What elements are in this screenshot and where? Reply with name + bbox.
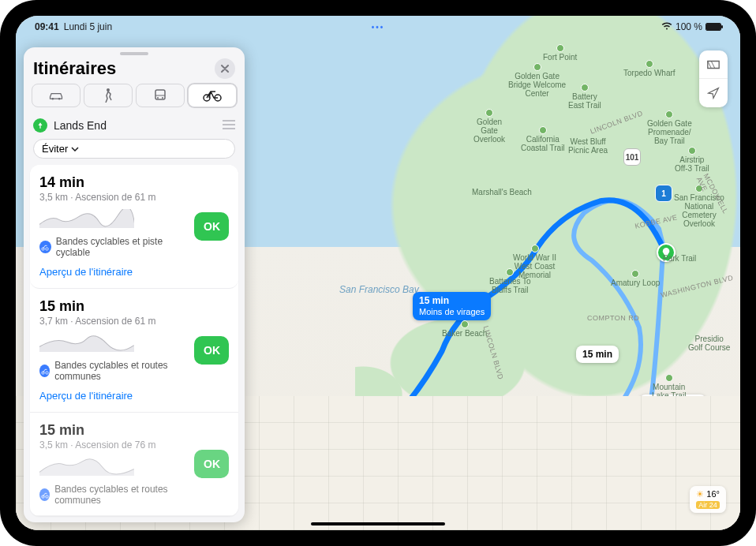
layers-button[interactable] <box>699 50 728 79</box>
route-preview-link[interactable]: Aperçu de l'itinéraire <box>39 266 133 278</box>
lane-text: Bandes cyclables et piste cyclable <box>56 236 188 258</box>
transport-mode-segmented <box>24 84 245 114</box>
wifi-icon <box>661 21 672 32</box>
route-callout-primary[interactable]: 15 min Moins de virages <box>413 292 491 320</box>
svg-point-9 <box>46 248 48 250</box>
road-compton: COMPTON RD <box>587 314 639 322</box>
route-sub: 3,5 km · Ascension de 76 m <box>39 439 188 451</box>
weather-widget[interactable]: ☀︎ 16° Air 24 <box>690 486 726 513</box>
route-list: 14 min 3,5 km · Ascension de 61 m Bandes… <box>24 165 245 522</box>
route-sub: 3,7 km · Ascension de 61 m <box>39 316 188 327</box>
svg-point-4 <box>157 97 159 99</box>
road-seacliff: SEACLIFF <box>385 439 422 447</box>
battery-icon <box>705 23 721 31</box>
directions-panel: Itinéraires <box>24 47 245 522</box>
poi-china: China Beach <box>324 423 369 440</box>
location-arrow-icon <box>707 87 720 99</box>
svg-point-11 <box>45 372 47 374</box>
elevation-sparkline <box>39 209 134 228</box>
home-indicator[interactable] <box>311 522 445 525</box>
route-callout-mid[interactable]: 15 min <box>576 346 619 363</box>
park-icon <box>33 118 47 133</box>
close-icon <box>221 65 229 73</box>
shield-101: 101 <box>623 148 641 166</box>
svg-rect-3 <box>155 90 165 99</box>
svg-point-13 <box>45 496 47 498</box>
weather-temp: 16° <box>706 489 720 499</box>
panel-title: Itinéraires <box>33 58 116 79</box>
origin-pin[interactable] <box>657 243 676 262</box>
close-button[interactable] <box>215 58 235 79</box>
car-icon <box>48 90 64 101</box>
mode-drive[interactable] <box>32 84 80 107</box>
poi-lands-end: Lands End <box>289 470 327 479</box>
poi-lobos-valley: Lobos Creek Valley Trail <box>485 407 530 433</box>
panel-grabber[interactable] <box>120 52 148 55</box>
road-elcamino: EL CAMINO DEL MAR <box>257 481 336 489</box>
svg-point-5 <box>162 97 163 99</box>
svg-point-2 <box>107 88 110 92</box>
chevron-down-icon <box>71 147 79 151</box>
go-button[interactable]: OK <box>194 212 229 241</box>
sun-icon: ☀︎ <box>696 489 704 499</box>
bike-lane-icon <box>39 241 51 253</box>
bike-lane-icon <box>39 365 50 377</box>
route-callout-fast[interactable]: 14 min Le plus rapide <box>639 395 706 423</box>
bike-lane-icon <box>39 488 50 501</box>
statusbar-date: Lundi 5 juin <box>64 21 112 32</box>
road-lake: LAKE ST <box>549 466 582 473</box>
bicycle-icon <box>203 89 222 102</box>
mode-walk[interactable] <box>84 84 133 107</box>
lane-text: Bandes cyclables et routes communes <box>54 360 188 382</box>
reorder-icon[interactable] <box>223 118 235 133</box>
go-button[interactable]: OK <box>194 450 229 478</box>
shield-1: 1 <box>655 185 672 202</box>
battery-percent: 100 % <box>676 21 702 32</box>
route-time: 15 min <box>39 422 188 439</box>
avoid-button[interactable]: Éviter <box>33 139 235 159</box>
route-option-1[interactable]: 14 min 3,5 km · Ascension de 61 m Bandes… <box>30 165 238 289</box>
lane-text: Bandes cyclables et routes communes <box>54 484 188 506</box>
go-button[interactable]: OK <box>194 336 229 365</box>
route-preview-link[interactable]: Aperçu de l'itinéraire <box>39 390 133 402</box>
svg-point-1 <box>58 98 61 100</box>
road-california: CALIFORNIA ST <box>515 494 573 502</box>
route-time: 14 min <box>39 174 188 191</box>
destination-row[interactable]: Lands End <box>24 114 245 137</box>
destination-name: Lands End <box>54 119 216 132</box>
route-option-2[interactable]: 15 min 3,7 km · Ascension de 61 m Bandes… <box>30 289 238 413</box>
svg-point-0 <box>52 98 54 100</box>
destination-pin[interactable] <box>298 450 317 469</box>
route-option-3[interactable]: 15 min 3,5 km · Ascension de 76 m Bandes… <box>30 413 238 516</box>
route-time: 15 min <box>39 298 188 315</box>
elevation-sparkline <box>39 333 134 352</box>
aqi-badge: Air 24 <box>696 501 720 509</box>
route-sub: 3,5 km · Ascension de 61 m <box>39 192 188 203</box>
poi-mtn-lake-park: Mountain Lake Park <box>631 440 702 449</box>
mode-transit[interactable] <box>136 84 185 107</box>
transit-icon <box>154 89 167 102</box>
map-layers-icon <box>706 58 720 72</box>
elevation-sparkline <box>39 457 134 476</box>
walk-icon <box>103 88 113 103</box>
multitask-dots-icon[interactable]: ••• <box>372 23 385 32</box>
mode-cycle[interactable] <box>188 84 237 107</box>
statusbar-time: 09:41 <box>35 21 59 32</box>
avoid-label: Éviter <box>42 143 68 155</box>
locate-button[interactable] <box>699 79 728 107</box>
